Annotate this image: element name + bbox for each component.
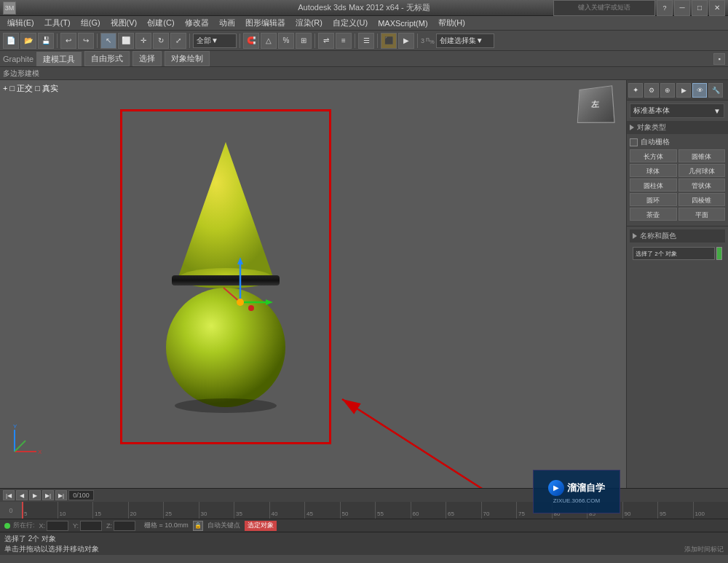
render-btn[interactable]: ⬛ <box>381 33 397 49</box>
object-type-content: 自动栅格 长方体 圆锥体 球体 几何球体 圆柱体 管状体 圆环 四棱锥 茶壶 平… <box>627 134 728 226</box>
x-coord-field: X: <box>39 521 69 531</box>
menu-help[interactable]: 帮助(H) <box>434 16 470 30</box>
z-value[interactable] <box>114 521 135 531</box>
tick-70: 70 <box>481 502 517 519</box>
box-btn[interactable]: 长方体 <box>630 149 677 162</box>
cone-btn[interactable]: 圆锥体 <box>678 149 726 162</box>
menu-animation[interactable]: 动画 <box>215 16 240 30</box>
menu-group[interactable]: 组(G) <box>76 16 105 30</box>
torus-btn[interactable]: 圆环 <box>630 193 677 206</box>
mirror-btn[interactable]: ⇌ <box>318 33 334 49</box>
prev-frame-btn[interactable]: ◀ <box>16 490 28 500</box>
app-icon[interactable]: 3M <box>3 1 16 15</box>
open-btn[interactable]: 📂 <box>20 33 36 49</box>
watermark-icon: ▶ <box>548 480 564 496</box>
color-swatch[interactable] <box>716 247 722 260</box>
name-color-arrow-icon <box>633 233 637 239</box>
scale-btn[interactable]: ⤢ <box>170 33 186 49</box>
search-box[interactable]: 键入关键字或短语 <box>553 0 655 16</box>
menu-modifiers[interactable]: 修改器 <box>181 16 213 30</box>
display-panel-icon[interactable]: 👁 <box>692 83 707 98</box>
select-mode-btn[interactable]: 选定对象 <box>245 521 277 531</box>
close-btn[interactable]: ✕ <box>709 0 725 16</box>
key-lock-icon[interactable]: 🔒 <box>193 521 203 531</box>
tick-20: 20 <box>128 502 164 519</box>
angle-snap[interactable]: △ <box>261 33 277 49</box>
sphere-btn[interactable]: 球体 <box>630 164 677 177</box>
create-panel-icon[interactable]: ✦ <box>628 83 643 98</box>
sep7 <box>377 34 378 48</box>
snap-toggle[interactable]: 🧲 <box>243 33 259 49</box>
graphite-bar: Graphite 建模工具 自由形式 选择 对象绘制 ▪ <box>0 51 728 67</box>
modify-panel-icon[interactable]: ⚙ <box>644 83 659 98</box>
tube-btn[interactable]: 管状体 <box>678 178 726 192</box>
menu-edit[interactable]: 编辑(E) <box>3 16 39 30</box>
percent-snap[interactable]: % <box>278 33 294 49</box>
status-row-2: 单击并拖动以选择并移动对象 添加时间标记 <box>4 544 724 554</box>
timeline-position-indicator <box>22 502 23 519</box>
object-name-input[interactable] <box>633 247 715 260</box>
menu-graph[interactable]: 图形编辑器 <box>241 16 290 30</box>
save-btn[interactable]: 💾 <box>38 33 54 49</box>
navicube-box[interactable]: 左 <box>577 85 615 123</box>
layer-btn[interactable]: ☰ <box>358 33 374 49</box>
object-type-header[interactable]: 对象类型 <box>627 121 728 134</box>
play-btn[interactable]: ▶ <box>29 490 41 500</box>
tick-95: 95 <box>657 502 693 519</box>
status-left: 所在行: X: Y: Z: 栅格 = 10.0mm 🔒 自动关键点 选定对象 <box>3 521 725 531</box>
utility-panel-icon[interactable]: 🔧 <box>708 83 723 98</box>
new-btn[interactable]: 📄 <box>3 33 19 49</box>
x-value[interactable] <box>47 521 68 531</box>
frame-display[interactable]: 0/100 <box>68 490 94 500</box>
name-color-header[interactable]: 名称和颜色 <box>630 229 725 243</box>
help-btn[interactable]: ? <box>657 0 673 16</box>
navicube[interactable]: 左 <box>577 86 620 130</box>
titlebar-title: Autodesk 3ds Max 2012 x64 - 无标题 <box>298 2 430 13</box>
go-end-btn[interactable]: ▶| <box>55 490 67 500</box>
x-label: X: <box>39 522 46 529</box>
name-field-row <box>633 247 722 260</box>
menu-customize[interactable]: 自定义(U) <box>328 16 372 30</box>
main-area: + □ 正交 □ 真实 左 <box>0 80 728 488</box>
autogrid-checkbox[interactable] <box>630 138 638 146</box>
panel-category-dropdown[interactable]: 标准基本体 ▼ <box>630 103 724 118</box>
spinner-snap[interactable]: ⊞ <box>296 33 312 49</box>
hierarchy-panel-icon[interactable]: ⊕ <box>660 83 675 98</box>
y-value[interactable] <box>80 521 102 531</box>
graphite-collapse-btn[interactable]: ▪ <box>713 53 725 65</box>
tick-30: 30 <box>199 502 234 519</box>
maximize-btn[interactable]: □ <box>692 0 708 16</box>
select-region-btn[interactable]: ⬜ <box>118 33 134 49</box>
move-btn[interactable]: ✛ <box>135 33 151 49</box>
select-btn[interactable]: ↖ <box>100 33 116 49</box>
menu-render[interactable]: 渲染(R) <box>291 16 327 30</box>
menu-tools[interactable]: 工具(T) <box>40 16 75 30</box>
render-view-dropdown[interactable]: 创建选择集 ▼ <box>436 34 494 48</box>
menu-maxscript[interactable]: MAXScript(M) <box>373 17 432 29</box>
quick-render[interactable]: ▶ <box>398 33 414 49</box>
graphite-tab-modeling[interactable]: 建模工具 <box>36 52 82 66</box>
redo-btn[interactable]: ↪ <box>78 33 94 49</box>
tick-45: 45 <box>304 502 340 519</box>
undo-btn[interactable]: ↩ <box>60 33 76 49</box>
minimize-btn[interactable]: ─ <box>674 0 690 16</box>
menu-create[interactable]: 创建(C) <box>143 16 178 30</box>
cylinder-btn[interactable]: 圆柱体 <box>630 178 677 192</box>
teapot-btn[interactable]: 茶壶 <box>630 208 677 221</box>
geosphere-btn[interactable]: 几何球体 <box>678 164 726 177</box>
rotate-btn[interactable]: ↻ <box>153 33 169 49</box>
align-btn[interactable]: ≡ <box>336 33 352 49</box>
viewport[interactable]: + □ 正交 □ 真实 左 <box>0 80 626 488</box>
graphite-tab-select[interactable]: 选择 <box>132 51 162 66</box>
go-start-btn[interactable]: |◀ <box>3 490 15 500</box>
plane-btn[interactable]: 平面 <box>678 208 726 221</box>
pyramid-btn[interactable]: 四棱锥 <box>678 193 726 206</box>
snap-mode: n% <box>426 36 435 45</box>
graphite-tab-freeform[interactable]: 自由形式 <box>84 51 130 66</box>
menu-view[interactable]: 视图(V) <box>106 16 142 30</box>
next-frame-btn[interactable]: ▶| <box>42 490 54 500</box>
graphite-tab-paint[interactable]: 对象绘制 <box>165 51 210 66</box>
z-coord-field: Z: <box>106 521 135 531</box>
motion-panel-icon[interactable]: ▶ <box>676 83 691 98</box>
selection-filter[interactable]: 全部 ▼ <box>193 34 237 48</box>
